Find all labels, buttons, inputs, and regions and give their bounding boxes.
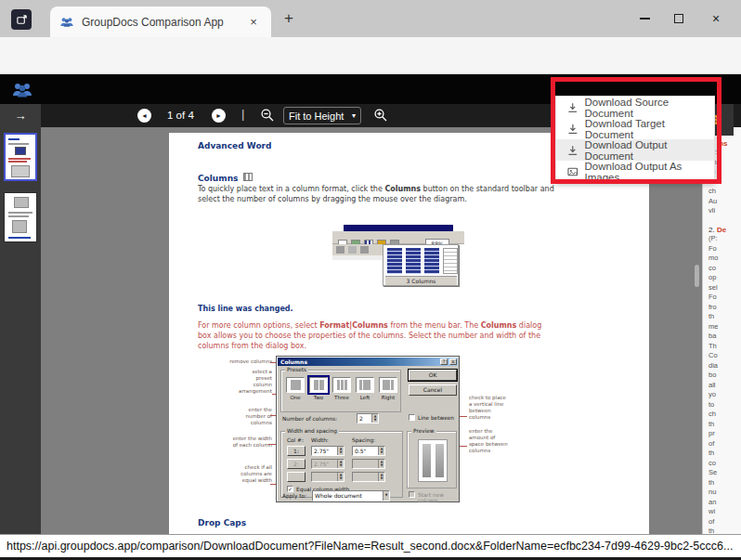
preset-label: Two bbox=[309, 395, 328, 400]
text-line: check to place bbox=[469, 395, 521, 401]
line-between-checkbox bbox=[409, 414, 415, 421]
text-line: column bbox=[226, 382, 272, 388]
row3-col-button bbox=[287, 472, 306, 482]
next-page-button[interactable]: ► bbox=[212, 109, 226, 123]
preset-left bbox=[356, 377, 374, 393]
preset-label: Right bbox=[379, 395, 397, 400]
fit-mode-select[interactable]: Fit to Height ▾ bbox=[283, 107, 361, 124]
browser-tab-active[interactable]: GroupDocs Comparison App × bbox=[50, 7, 271, 37]
menu-item-download-source[interactable]: Download Source Document bbox=[556, 97, 714, 118]
new-tab-button[interactable]: + bbox=[279, 8, 299, 29]
number-of-columns-label: Number of columns: bbox=[282, 416, 337, 422]
dialog-close-icon: x bbox=[449, 358, 457, 365]
thumbnails-toggle-button[interactable]: → bbox=[0, 104, 41, 127]
doc-heading-drop-caps: Drop Caps bbox=[198, 518, 246, 527]
document-page: Advanced Word Columns To quickly place t… bbox=[169, 133, 649, 534]
presets-group: Presets One Two Three Left Right bbox=[280, 370, 401, 412]
change-item-2[interactable]: 2. De (P:FomocoopselFofrothmebaThCodiabo… bbox=[708, 226, 726, 534]
row2-col-button: 2: bbox=[287, 459, 306, 469]
callout-remove-columns: remove columns bbox=[226, 358, 272, 365]
download-dropdown-menu: Download Source Document Download Target… bbox=[555, 96, 715, 183]
page-thumbnail-2[interactable] bbox=[4, 192, 37, 242]
number-of-columns-field: 2▲▼ bbox=[357, 413, 379, 423]
text-line: an bbox=[708, 498, 726, 508]
text-line: of bbox=[708, 439, 726, 449]
fit-mode-value: Fit to Height bbox=[289, 111, 344, 122]
text-line: Th bbox=[708, 342, 726, 352]
figure-ruler bbox=[332, 255, 383, 260]
ok-button: OK bbox=[409, 370, 457, 381]
figure-toolbar-fragment bbox=[332, 244, 383, 255]
text-line: ba bbox=[708, 332, 726, 342]
row1-col-button: 1: bbox=[287, 446, 306, 456]
page-thumbnail-1[interactable] bbox=[4, 133, 37, 181]
menu-item-download-target[interactable]: Download Target Document bbox=[556, 118, 714, 139]
text-line: Co bbox=[708, 351, 726, 361]
browser-window: GroupDocs Comparison App × + × ← → ⌂ htt… bbox=[0, 0, 741, 560]
text-line: enter the width bbox=[226, 436, 272, 442]
document-viewer: Advanced Word Columns To quickly place t… bbox=[41, 127, 702, 534]
text-line: columns bbox=[469, 414, 521, 421]
menu-item-download-images[interactable]: Download Output As Images bbox=[556, 161, 714, 182]
text-line: of bbox=[708, 517, 726, 527]
text-line: remove columns bbox=[226, 358, 272, 365]
row1-spacing-field: 0.5"▲▼ bbox=[352, 446, 385, 456]
callout-enter-number: enter thenumber ofcolumns bbox=[226, 407, 272, 426]
zoom-out-icon[interactable] bbox=[260, 108, 275, 123]
callout-select-preset: select apresetcolumnarrangement bbox=[226, 369, 272, 395]
window-minimize-button[interactable] bbox=[628, 7, 661, 31]
browser-nav-bar: ← → ⌂ https://products.groupdocs.... Not… bbox=[0, 37, 741, 74]
zoom-in-icon[interactable] bbox=[373, 108, 388, 123]
text-line: wi bbox=[708, 507, 726, 517]
text-line: th bbox=[708, 478, 726, 488]
menu-item-label: Download Output Document bbox=[585, 139, 714, 162]
callout-spacing: enter theamount ofspace betweencolumns bbox=[469, 428, 521, 454]
groupdocs-logo-icon bbox=[11, 79, 33, 101]
callout-equal-width: check if allcolumns areequal width bbox=[226, 464, 272, 484]
doc-paragraph-1: To quickly place text in a column format… bbox=[198, 184, 554, 204]
preset-one bbox=[286, 377, 305, 393]
viewer-scrollbar-thumb[interactable] bbox=[695, 265, 699, 287]
text-line: amount of bbox=[469, 435, 521, 441]
doc-paragraph-2: For more column options, select Format|C… bbox=[198, 320, 554, 351]
workspaces-icon[interactable] bbox=[11, 9, 32, 30]
text-line: bo bbox=[708, 371, 726, 381]
row2-width-field: 2.75"▲▼ bbox=[311, 459, 344, 469]
download-icon bbox=[567, 145, 578, 156]
page-indicator: 1 of 4 bbox=[167, 110, 194, 121]
doc-changed-line: This line was changed. bbox=[198, 304, 554, 314]
spacing-header: Spacing: bbox=[352, 437, 375, 443]
text-line: th bbox=[708, 420, 726, 430]
text-line: th bbox=[708, 312, 726, 322]
preset-label: Three bbox=[332, 395, 351, 400]
text-line: me bbox=[708, 322, 726, 332]
figure-toolbar-row: 88% bbox=[332, 231, 464, 244]
doc-heading-columns: Columns bbox=[198, 167, 253, 185]
doc-heading-advanced-word: Advanced Word bbox=[198, 141, 271, 150]
dialog-help-icon: ? bbox=[440, 358, 448, 365]
columns-dialog: Columns ? x Presets One Two Three Left bbox=[276, 356, 460, 502]
text-line: enter the bbox=[226, 407, 272, 413]
menu-item-label: Download Source Document bbox=[584, 97, 714, 119]
download-icon bbox=[567, 102, 578, 113]
previous-page-button[interactable]: ◄ bbox=[137, 109, 151, 123]
text-line: sel bbox=[708, 283, 726, 293]
equal-width-checkbox: ✓ bbox=[287, 486, 293, 492]
window-maximize-button[interactable] bbox=[662, 7, 696, 31]
menu-item-label: Download Output As Images bbox=[584, 161, 714, 183]
text-line: Au bbox=[708, 197, 727, 207]
preset-label: One bbox=[286, 395, 305, 400]
row3-spacing-field: ▲▼ bbox=[352, 472, 385, 482]
text-line: columns are bbox=[226, 471, 272, 477]
columns-icon bbox=[243, 173, 253, 181]
window-close-button[interactable]: × bbox=[699, 7, 733, 31]
text-line: arrangement bbox=[226, 388, 272, 395]
figure-columns-dialog: remove columns select apresetcolumnarran… bbox=[226, 354, 521, 506]
start-new-column-checkbox bbox=[409, 491, 415, 498]
preset-two bbox=[309, 377, 328, 393]
menu-item-download-output[interactable]: Download Output Document bbox=[556, 139, 714, 161]
columns-dropdown-palette: 3 Columns bbox=[383, 244, 459, 286]
text-line: fro bbox=[708, 303, 726, 313]
tab-close-icon[interactable]: × bbox=[245, 15, 262, 29]
text-line: pr bbox=[708, 429, 726, 439]
